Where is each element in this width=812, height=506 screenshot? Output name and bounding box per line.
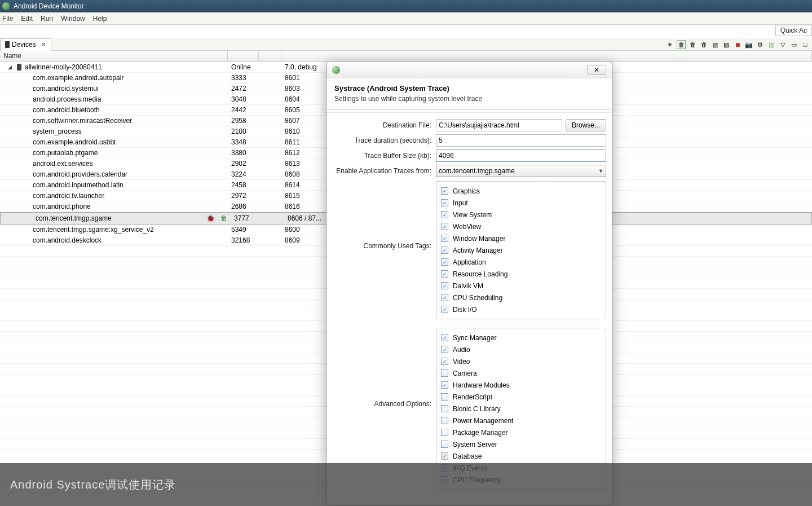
dialog-close-button[interactable]: ✕ [587, 65, 606, 75]
tag-row[interactable]: ✓ Hardware Modules [441, 379, 601, 391]
tag-row[interactable]: ✓ Disk I/O [441, 303, 601, 315]
bars-icon[interactable]: ▥ [767, 40, 776, 49]
checkbox-icon[interactable]: ✓ [441, 294, 448, 301]
checkbox-icon[interactable]: ✓ [441, 270, 448, 278]
checkbox-icon[interactable]: ✓ [441, 199, 448, 206]
col-4[interactable] [281, 51, 812, 61]
enable-traces-select[interactable]: com.tencent.tmgp.sgame ▼ [436, 165, 606, 177]
systrace-dialog: ✕ Systrace (Android System Trace) Settin… [326, 61, 612, 505]
tag-label: Dalvik VM [453, 282, 483, 290]
checkbox-icon[interactable] [441, 369, 448, 377]
tag-row[interactable]: ✓ WebView [441, 221, 601, 232]
tag-row[interactable]: ✓ Database [441, 450, 601, 462]
tag-row[interactable]: ✓ Resource Loading [441, 268, 601, 280]
tag-row[interactable]: ✓ Audio [441, 344, 601, 355]
checkbox-icon[interactable]: ✓ [441, 247, 448, 254]
menu-run[interactable]: Run [41, 15, 53, 23]
checkbox-icon[interactable] [441, 417, 448, 424]
camera-icon[interactable]: 📷 [744, 40, 753, 49]
tag-label: Graphics [453, 187, 480, 195]
tag-row[interactable]: Power Management [441, 415, 601, 426]
dialog-icon [332, 66, 340, 74]
checkbox-icon[interactable]: ✓ [441, 282, 448, 289]
layers2-icon[interactable]: ▨ [722, 40, 731, 49]
tag-label: WebView [453, 223, 481, 231]
checkbox-icon[interactable] [441, 429, 448, 436]
checkbox-icon[interactable]: ✓ [441, 346, 448, 353]
tag-row[interactable]: ✓ Activity Manager [441, 244, 601, 256]
maximize-icon[interactable]: □ [801, 40, 810, 49]
checkbox-icon[interactable]: ✓ [441, 258, 448, 266]
menu-bar: File Edit Run Window Help [0, 12, 812, 25]
tag-row[interactable]: Package Manager [441, 426, 601, 438]
minimize-icon[interactable]: ▭ [789, 40, 798, 49]
chevron-down-icon[interactable]: ▽ [778, 40, 787, 49]
menu-file[interactable]: File [2, 15, 13, 23]
label-destination: Destination File: [332, 121, 436, 129]
dialog-title: Systrace (Android System Trace) [334, 84, 604, 93]
label-duration: Trace duration (seconds): [332, 137, 436, 144]
checkbox-icon[interactable]: ✓ [441, 211, 448, 218]
trash3-icon[interactable]: 🗑 [699, 40, 708, 49]
checkbox-icon[interactable] [441, 405, 448, 412]
stop-icon[interactable]: ⏹ [733, 40, 742, 49]
tag-label: View System [453, 211, 492, 219]
tag-row[interactable]: System Server [441, 438, 601, 450]
quick-access[interactable]: Quick Ac [775, 25, 812, 36]
col-name[interactable]: Name [0, 51, 228, 61]
tag-label: Power Management [453, 417, 513, 425]
checkbox-icon[interactable]: ✓ [441, 187, 448, 195]
trash2-icon[interactable]: 🗑 [688, 40, 697, 49]
menu-edit[interactable]: Edit [21, 15, 33, 23]
tag-label: Package Manager [453, 429, 508, 437]
tag-row[interactable]: ✓ Video [441, 355, 601, 367]
checkbox-icon[interactable]: ✓ [441, 358, 448, 365]
device-icon [5, 41, 10, 48]
tag-row[interactable]: ✓ Dalvik VM [441, 280, 601, 292]
tag-row[interactable]: ✓ Window Manager [441, 232, 601, 244]
col-2[interactable] [228, 51, 259, 61]
menu-help[interactable]: Help [93, 15, 107, 23]
menu-window[interactable]: Window [61, 15, 85, 23]
sun-icon[interactable]: ☀ [665, 40, 674, 49]
tag-label: Bionic C Library [453, 405, 501, 413]
tag-row[interactable]: RenderScript [441, 391, 601, 403]
checkbox-icon[interactable]: ✓ [441, 452, 448, 460]
tag-label: Application [453, 258, 486, 266]
checkbox-icon[interactable]: ✓ [441, 334, 448, 341]
checkbox-icon[interactable]: ✓ [441, 381, 448, 389]
gear-icon[interactable]: ⚙ [756, 40, 765, 49]
dialog-header: Systrace (Android System Trace) Settings… [326, 78, 612, 107]
buffer-input[interactable] [436, 149, 606, 162]
destination-input[interactable] [436, 119, 562, 131]
browse-button[interactable]: Browse... [566, 119, 606, 131]
tag-label: CPU Scheduling [453, 294, 502, 302]
dialog-titlebar[interactable]: ✕ [326, 61, 612, 78]
checkbox-icon[interactable] [441, 393, 448, 401]
label-enable: Enable Application Traces from: [332, 167, 436, 175]
checkbox-icon[interactable] [441, 441, 448, 448]
label-advanced: Advanced Options: [332, 327, 436, 408]
checkbox-icon[interactable]: ✓ [441, 223, 448, 230]
checkbox-icon[interactable]: ✓ [441, 306, 448, 313]
tag-label: Activity Manager [453, 247, 503, 254]
tag-label: Input [453, 199, 468, 207]
tag-row[interactable]: ✓ CPU Scheduling [441, 292, 601, 303]
tag-row[interactable]: Bionic C Library [441, 403, 601, 415]
tag-label: Camera [453, 369, 477, 377]
col-3[interactable] [259, 51, 281, 61]
common-tags-box: ✓ Graphics ✓ Input ✓ View System ✓ WebVi… [436, 181, 606, 319]
duration-input[interactable] [436, 134, 606, 147]
layers-icon[interactable]: ▧ [710, 40, 720, 49]
tag-row[interactable]: ✓ Input [441, 197, 601, 209]
close-icon[interactable]: ✕ [41, 41, 46, 49]
tab-devices[interactable]: Devices ✕ [0, 38, 51, 51]
trash-icon[interactable]: 🗑 [677, 40, 686, 49]
dialog-subtitle: Settings to use while capturing system l… [334, 95, 604, 103]
checkbox-icon[interactable]: ✓ [441, 235, 448, 242]
tag-row[interactable]: ✓ Sync Manager [441, 332, 601, 344]
tag-row[interactable]: Camera [441, 367, 601, 379]
tag-row[interactable]: ✓ Graphics [441, 185, 601, 197]
tag-row[interactable]: ✓ Application [441, 256, 601, 268]
tag-row[interactable]: ✓ View System [441, 209, 601, 221]
